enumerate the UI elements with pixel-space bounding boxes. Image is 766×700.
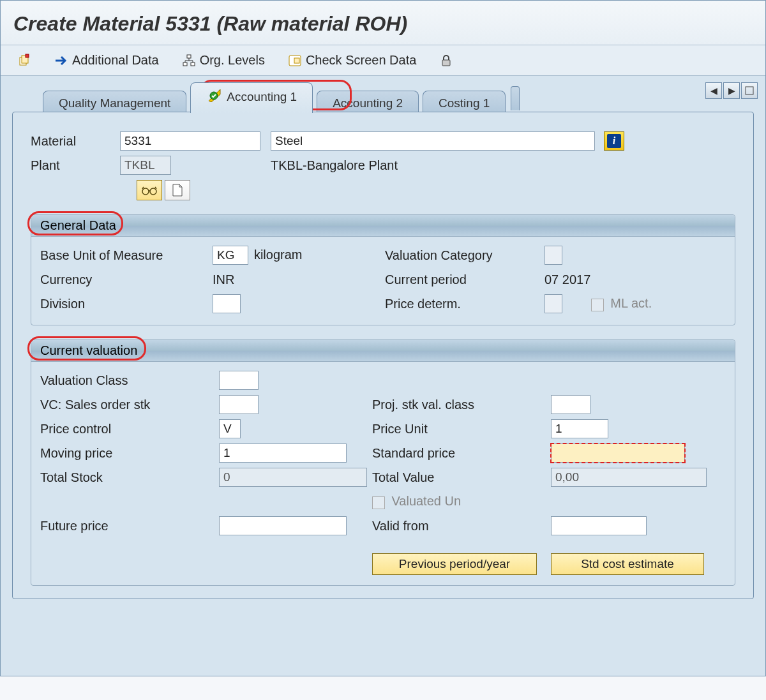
tabstrip: Quality Management Accounting 1 Accounti… bbox=[43, 84, 754, 113]
svg-rect-2 bbox=[26, 54, 29, 57]
check-screen-label: Check Screen Data bbox=[306, 53, 416, 68]
current-period-value: 07 2017 bbox=[544, 272, 742, 287]
new-doc-button[interactable] bbox=[165, 180, 190, 200]
tab-overflow-indicator bbox=[511, 86, 520, 110]
future-price-label: Future price bbox=[40, 519, 219, 533]
group-general-data: General Data Base Unit of Measure kilogr… bbox=[31, 214, 735, 325]
valuated-un-label: Valuated Un bbox=[391, 494, 461, 508]
price-control-input[interactable] bbox=[219, 419, 241, 438]
price-determ-input[interactable] bbox=[544, 294, 562, 313]
division-input[interactable] bbox=[213, 294, 241, 313]
currency-label: Currency bbox=[40, 272, 213, 287]
material-input[interactable] bbox=[120, 131, 260, 151]
material-row: Material i bbox=[31, 131, 735, 151]
ml-act-checkbox bbox=[591, 299, 604, 311]
tab-label: Costing 1 bbox=[439, 96, 490, 110]
group-header-valuation: Current valuation bbox=[31, 340, 735, 362]
moving-price-label: Moving price bbox=[40, 446, 219, 461]
price-unit-label: Price Unit bbox=[372, 422, 551, 436]
svg-rect-7 bbox=[294, 58, 299, 63]
info-button[interactable]: i bbox=[604, 131, 624, 151]
svg-rect-8 bbox=[442, 60, 450, 66]
tab-label: Quality Management bbox=[59, 96, 170, 110]
base-uom-label: Base Unit of Measure bbox=[40, 248, 213, 263]
svg-rect-4 bbox=[183, 63, 187, 66]
valuation-class-label: Valuation Class bbox=[40, 373, 219, 388]
proj-stk-input[interactable] bbox=[551, 395, 590, 414]
price-determ-label: Price determ. bbox=[385, 297, 544, 311]
total-value-label: Total Value bbox=[372, 470, 551, 485]
additional-data-label: Additional Data bbox=[72, 53, 159, 68]
valuation-class-input[interactable] bbox=[219, 371, 259, 390]
header-button-row bbox=[137, 180, 735, 200]
check-data-icon bbox=[288, 54, 302, 68]
base-uom-input[interactable] bbox=[213, 246, 248, 265]
tab-accounting-1[interactable]: Accounting 1 bbox=[190, 82, 313, 113]
moving-price-input[interactable] bbox=[219, 443, 347, 463]
group-current-valuation: Current valuation Valuation Class VC: Sa… bbox=[31, 339, 735, 586]
tab-panel-accounting-1: Material i Plant TKBL-Bangalore Plant bbox=[12, 112, 754, 599]
tab-label: Accounting 1 bbox=[227, 90, 297, 104]
price-unit-input[interactable] bbox=[551, 419, 608, 438]
page-title: Create Material 5331 (Raw material ROH) bbox=[1, 1, 765, 45]
plant-desc: TKBL-Bangalore Plant bbox=[271, 158, 398, 173]
arrow-right-icon bbox=[54, 54, 68, 68]
valuation-category-input[interactable] bbox=[544, 246, 562, 265]
svg-point-12 bbox=[142, 188, 149, 195]
svg-rect-3 bbox=[187, 55, 191, 58]
division-label: Division bbox=[40, 297, 213, 311]
valid-from-label: Valid from bbox=[372, 519, 551, 533]
hierarchy-icon bbox=[182, 54, 196, 68]
ml-act-label: ML act. bbox=[610, 296, 652, 310]
toolbar: Additional Data Org. Levels Check Screen… bbox=[1, 45, 765, 76]
plant-label: Plant bbox=[31, 158, 120, 173]
valuation-category-label: Valuation Category bbox=[385, 248, 544, 263]
total-stock-label: Total Stock bbox=[40, 470, 219, 485]
material-label: Material bbox=[31, 134, 120, 149]
lock-button[interactable] bbox=[435, 52, 457, 69]
plant-row: Plant TKBL-Bangalore Plant bbox=[31, 156, 735, 175]
std-cost-estimate-button[interactable]: Std cost estimate bbox=[551, 553, 704, 575]
svg-point-13 bbox=[150, 188, 156, 195]
toolbar-new-icon[interactable] bbox=[13, 52, 35, 69]
lock-icon bbox=[439, 54, 453, 68]
vc-sales-label: VC: Sales order stk bbox=[40, 398, 219, 412]
plant-input bbox=[120, 156, 171, 175]
app-window: Create Material 5331 (Raw material ROH) … bbox=[0, 0, 766, 676]
future-price-input[interactable] bbox=[219, 516, 347, 535]
total-value-input bbox=[551, 468, 707, 487]
tab-label: Accounting 2 bbox=[333, 96, 403, 110]
material-desc-input[interactable] bbox=[271, 131, 595, 151]
svg-rect-5 bbox=[191, 63, 195, 66]
currency-value: INR bbox=[213, 272, 359, 287]
group-header-general: General Data bbox=[31, 215, 735, 237]
base-uom-text: kilogram bbox=[254, 248, 303, 262]
content-area: ◀ ▶ Quality Management Accounting 1 Acco… bbox=[1, 76, 765, 676]
document-icon bbox=[172, 183, 183, 197]
previous-period-button[interactable]: Previous period/year bbox=[372, 553, 537, 575]
glasses-icon bbox=[141, 185, 158, 195]
standard-price-input[interactable] bbox=[551, 443, 685, 463]
document-stack-icon bbox=[17, 54, 31, 68]
valid-from-input[interactable] bbox=[551, 516, 647, 535]
additional-data-button[interactable]: Additional Data bbox=[50, 52, 163, 69]
glasses-button[interactable] bbox=[137, 180, 162, 200]
org-levels-button[interactable]: Org. Levels bbox=[178, 52, 269, 69]
vc-sales-input[interactable] bbox=[219, 395, 259, 414]
proj-stk-label: Proj. stk val. class bbox=[372, 398, 551, 412]
standard-price-label: Standard price bbox=[372, 446, 551, 461]
current-period-label: Current period bbox=[385, 272, 544, 287]
check-screen-button[interactable]: Check Screen Data bbox=[284, 52, 420, 69]
info-icon: i bbox=[607, 134, 621, 148]
org-levels-label: Org. Levels bbox=[200, 53, 265, 68]
price-control-label: Price control bbox=[40, 422, 219, 436]
valuated-un-checkbox bbox=[372, 496, 385, 509]
tab-active-icon bbox=[206, 88, 222, 105]
total-stock-input bbox=[219, 468, 367, 487]
